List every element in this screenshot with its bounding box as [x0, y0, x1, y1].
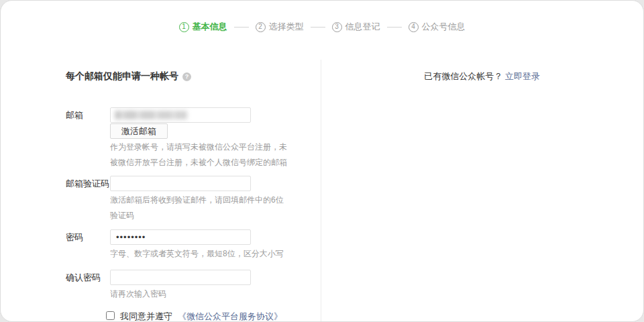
- agreement-row: 我同意并遵守 《微信公众平台服务协议》: [106, 311, 282, 322]
- confirm-password-label: 确认密码: [66, 270, 110, 285]
- step-account-info: 4 公众号信息: [409, 21, 466, 33]
- step-4-label: 公众号信息: [422, 21, 466, 33]
- login-now-link[interactable]: 立即登录: [505, 71, 540, 81]
- step-connector: [311, 27, 325, 28]
- service-agreement-link[interactable]: 《微信公众平台服务协议》: [178, 311, 282, 322]
- step-3-circle-icon: 3: [332, 22, 342, 32]
- step-choose-type: 2 选择类型: [256, 21, 304, 33]
- email-code-input[interactable]: [110, 176, 251, 191]
- register-card: 1 基本信息 2 选择类型 3 信息登记 4 公众号信息 每个邮箱仅能申请一种帐…: [0, 0, 644, 322]
- email-label: 邮箱: [66, 107, 110, 123]
- form-title: 每个邮箱仅能申请一种帐号 ?: [66, 70, 191, 83]
- email-code-row: 邮箱验证码: [66, 176, 251, 191]
- confirm-password-helper-text: 请再次输入密码: [110, 286, 298, 302]
- help-icon[interactable]: ?: [182, 72, 191, 81]
- step-2-label: 选择类型: [269, 21, 304, 33]
- vertical-divider: [321, 60, 321, 321]
- activate-email-row: 激活邮箱: [110, 123, 168, 139]
- password-input[interactable]: [110, 229, 251, 245]
- registration-stepper: 1 基本信息 2 选择类型 3 信息登记 4 公众号信息: [1, 21, 643, 33]
- password-label: 密码: [66, 229, 110, 245]
- password-helper-text: 字母、数字或者英文符号，最短8位，区分大小写: [110, 246, 298, 262]
- activate-email-button[interactable]: 激活邮箱: [110, 123, 168, 139]
- email-code-helper-text: 激活邮箱后将收到验证邮件，请回填邮件中的6位验证码: [110, 193, 290, 223]
- password-row: 密码: [66, 229, 251, 245]
- redacted-email-value: [115, 111, 187, 119]
- email-code-label: 邮箱验证码: [66, 176, 110, 191]
- step-2-circle-icon: 2: [256, 22, 266, 32]
- email-helper-text: 作为登录帐号，请填写未被微信公众平台注册，未被微信开放平台注册，未被个人微信号绑…: [110, 140, 291, 170]
- agreement-text: 我同意并遵守: [120, 311, 172, 322]
- step-basic-info: 1 基本信息: [179, 21, 227, 33]
- step-info-registration: 3 信息登记: [332, 21, 380, 33]
- confirm-password-row: 确认密码: [66, 270, 251, 285]
- step-1-label: 基本信息: [193, 21, 227, 33]
- step-1-circle-icon: 1: [179, 22, 189, 32]
- form-title-text: 每个邮箱仅能申请一种帐号: [66, 70, 178, 83]
- step-connector: [234, 27, 249, 28]
- confirm-password-input[interactable]: [110, 270, 251, 285]
- step-4-circle-icon: 4: [409, 22, 419, 32]
- existing-account-text: 已有微信公众帐号？: [424, 71, 502, 81]
- existing-account-area: 已有微信公众帐号？ 立即登录: [321, 70, 643, 83]
- agreement-checkbox[interactable]: [106, 311, 115, 320]
- step-3-label: 信息登记: [345, 21, 380, 33]
- step-connector: [387, 27, 402, 28]
